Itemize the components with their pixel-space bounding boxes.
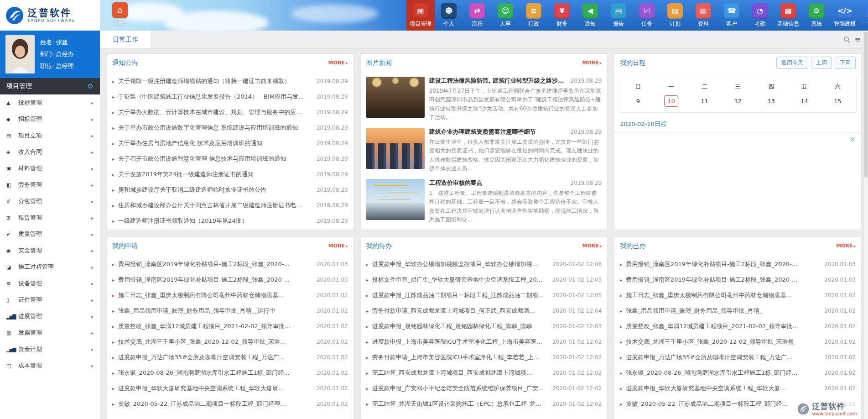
close-icon[interactable]: × (849, 136, 856, 143)
sidebar-item[interactable]: ▣材料管理▸ (0, 160, 100, 177)
list-item[interactable]: ▸黄敏_2020-05-22_江苏成品油二期项目一标段工程_部门经理...202… (112, 396, 348, 412)
nav-module-manage[interactable]: ◆管理 (859, 0, 868, 31)
list-item[interactable]: ▸完工结算_西安成都龙潭上河城项目_西安成都龙潭上河城项...2020-01-0… (366, 365, 602, 381)
calendar-day[interactable]: 10 (655, 95, 688, 107)
list-item[interactable]: ▸张鑫_用品领用申请_账簿_财务用品_领导审批_肖晴__运行中2020.01.0… (112, 303, 348, 319)
list-item[interactable]: ▸进度款申报_万达广场35#会所及咖啡厅空调安装工程_万达广...2020.01… (112, 350, 348, 365)
calendar-day[interactable]: 11 (688, 95, 721, 107)
more-link[interactable]: MORE ▸ (328, 60, 348, 66)
sidebar-item[interactable]: ◆招标管理▸ (0, 111, 100, 127)
next-week-button[interactable]: 下周 (835, 57, 856, 69)
list-item[interactable]: ▸技术交底_龙湖三千里小区_张鑫_2020-12-02_领导审批_宋浩然2020… (620, 334, 856, 350)
nav-module-base-info[interactable]: ▩基础信息 (774, 0, 802, 31)
list-item[interactable]: ▸关于举办大数据、云计算技术在城市建设、规划、管理与服务中的应...2019.0… (112, 105, 348, 120)
sidebar-item[interactable]: ◫成本管理▸ (0, 357, 100, 374)
list-item[interactable]: ▸劳务付款申请_西安成都龙潭上河城项目_何正武_西安成都潞...2020-01-… (366, 303, 602, 319)
list-item[interactable]: ▸费用报销_潼南区2019年绿化补贴项目-施工2标段_张鑫_2020-...20… (620, 257, 856, 272)
nav-module-finance[interactable]: ¥财务 (548, 0, 576, 31)
list-item[interactable]: ▸费用报销_潼南区2019年绿化补贴项目-施工2标段_张鑫_2020-...20… (112, 257, 348, 272)
nav-module-process[interactable]: ⇄流程 (463, 0, 491, 31)
calendar-day[interactable]: 12 (721, 95, 754, 107)
list-item[interactable]: ▸进度款申报_广安邓小平纪念馆安全防范系统维护保养项目_广安...2020-01… (366, 381, 602, 396)
nav-module-notice[interactable]: ◀通知 (576, 0, 604, 31)
news-item[interactable]: 建设工程法律风险防范, 建筑行业转型升级之路沙龙活动2019.08.292019… (366, 77, 602, 123)
list-item[interactable]: ▸房和城乡建设厅关于取消二级建造师临时执业证书的公告2019.08.29 (112, 182, 348, 198)
calendar-day[interactable]: 15 (821, 95, 854, 107)
list-item[interactable]: ▸进度款申报_华软办公楼增加视频监控项目_华软办公楼增加视...2020-01-… (366, 257, 602, 272)
list-item[interactable]: ▸张永银_2020-08-26_湖南洞庭湖水库引水工程施工1标_部门经...20… (112, 365, 348, 381)
nav-module-task[interactable]: ☑任务 (633, 0, 661, 31)
list-item[interactable]: ▸施工日志_张鑫_重庆太极制药有限公司亳州中药材仓储物流基...2020.01.… (620, 288, 856, 303)
nav-module-modeling[interactable]: </>智能建模 (831, 0, 859, 31)
nav-module-personal[interactable]: ☻个人 (435, 0, 463, 31)
sidebar-item[interactable]: ⚙设备管理▸ (0, 275, 100, 292)
sidebar-item[interactable]: ◧劳务管理▸ (0, 177, 100, 193)
list-item[interactable]: ▸张鑫_用品领用申请_账簿_财务用品_领导审批_肖晴_2020.01.02 (620, 303, 856, 319)
list-item[interactable]: ▸关于发放2019年第24批一级建造师注册证书的通知2019.08.29 (112, 167, 348, 182)
prev-week-button[interactable]: 上周 (811, 57, 832, 69)
nav-module-project[interactable]: ▦项目管理 (406, 0, 435, 31)
calendar-day[interactable]: 13 (754, 95, 788, 107)
sidebar-item[interactable]: ✔质量管理▸ (0, 226, 100, 242)
list-item[interactable]: ▸关于领取一级注册建造师增项贴的通知（须持一建证书前来领取）2019.08.29 (112, 73, 348, 89)
sidebar-item[interactable]: ◉安全管理▸ (0, 242, 100, 259)
list-item[interactable]: ▸进度款申报_万达广场35#会所及咖啡厅空调安装工程_万达广...2020.01… (620, 350, 856, 365)
list-item[interactable]: ▸进度款申报_晟铭园林绿化工程_晟铭园林绿化工程_陈菲_陈菲2020-01-02… (366, 319, 602, 334)
sidebar-item[interactable]: ▁▄▆资金计划▸ (0, 341, 100, 357)
menu-icon[interactable]: ≡ (855, 36, 861, 43)
nav-module-admin[interactable]: ≡行政 (520, 0, 548, 31)
nav-module-attendance[interactable]: ◔考勤 (746, 0, 774, 31)
more-link[interactable]: MORE ▸ (582, 243, 602, 249)
list-item[interactable]: ▸费用报销_潼南区2019年绿化补贴项目-施工2标段_张鑫_2020-...20… (620, 272, 856, 288)
sidebar-item[interactable]: ▯证件管理▸ (0, 292, 100, 308)
sidebar-item[interactable]: ◪施工过程管理▸ (0, 259, 100, 275)
more-link[interactable]: MORE ▸ (328, 243, 348, 249)
list-item[interactable]: ▸住房和城乡建设部办公厅关于同意吉林省开展二级建造师注册证书电...2019.0… (112, 198, 348, 213)
sidebar-item[interactable]: ▥发票管理▸ (0, 325, 100, 341)
page-scrollbar[interactable] (863, 31, 868, 419)
nav-module-customer[interactable]: ☎客户 (717, 0, 746, 31)
menu-item-label: 材料管理 (18, 164, 91, 173)
list-item[interactable]: ▸关于召开市政公用设施智慧化管理 信息技术与应用培训班的通知2019.08.29 (112, 151, 348, 167)
calendar-day[interactable]: 14 (788, 95, 821, 107)
sidebar-item[interactable]: ⊞租赁管理▸ (0, 210, 100, 226)
gear-icon[interactable]: ⚙ (88, 82, 94, 90)
nav-module-report[interactable]: ▤报告 (604, 0, 633, 31)
list-item[interactable]: ▸一级建造师注册证书领取通知（2019年第24批）2019.08.29 (112, 213, 348, 229)
list-item[interactable]: ▸施工日志_张鑫_重庆太极制药有限公司亳州中药材仓储物流基...2020.01.… (112, 288, 348, 303)
list-item[interactable]: ▸投标文件审查_胡广生_华软大厦研究基地中央空调系统工程_20...2020-0… (366, 272, 602, 288)
list-item[interactable]: ▸进度款申报_华软大厦研究基地中央空调系统工程_华软大厦研...2020.01.… (112, 381, 348, 396)
news-item[interactable]: 工程造价审核的要点2019.08.291、核准工程量。工程量是编制决算最基本的内… (366, 179, 602, 225)
list-item[interactable]: ▸关于举办市政公用设施数字化管理信息 系统建设与应用培训班的通知2019.08.… (112, 120, 348, 136)
sidebar-item[interactable]: ▤项目立项▸ (0, 127, 100, 144)
list-item[interactable]: ▸费用报销_潼南区2019年绿化补贴项目-施工2标段_张鑫_2020-...20… (112, 272, 348, 288)
sidebar-item[interactable]: ▂▅▇进度管理▸ (0, 308, 100, 325)
tab-daily-work[interactable]: 日常工作 (100, 31, 151, 48)
list-item[interactable]: ▸质量整改_张鑫_华润12城房建工程项目_2021-02-02_领导审批...2… (620, 319, 856, 334)
list-item[interactable]: ▸劳务付款申请_上海市美容医院ICU手术室净化工程_李若若_上...2020-0… (366, 350, 602, 365)
back-to-today-button[interactable]: 返回今天 (776, 57, 808, 69)
list-item[interactable]: ▸技术交底_龙湖三千里小区_张鑫_2020-12-02_领导审批_宋浩...20… (112, 334, 348, 350)
nav-module-hr[interactable]: ☺人事 (491, 0, 520, 31)
more-link[interactable]: MORE ▸ (836, 243, 856, 249)
nav-module-system[interactable]: ⚙系统 (802, 0, 831, 31)
list-item[interactable]: ▸进度款申报_江苏成品油二期项目一标段工程_江苏成品油二期项...2020-01… (366, 288, 602, 303)
sidebar-item[interactable]: x²分包管理▸ (0, 193, 100, 210)
scrollbar-thumb[interactable] (864, 31, 868, 178)
nav-portal[interactable]: ⌂ 门户 (105, 2, 135, 27)
news-item[interactable]: 建筑企业办理建筑资质需要注意哪些细节2019.08.29在日常生活中，很多人都非… (366, 128, 602, 174)
list-item[interactable]: ▸关于举办住房与房地产信息化 技术及应用培训班的通知2019.08.29 (112, 136, 348, 151)
list-item[interactable]: ▸完工结算_龙湖天街城1区设计采购施工（EPC）总承包工程_龙...2020-0… (366, 396, 602, 412)
search-icon[interactable] (843, 36, 850, 43)
calendar-day[interactable]: 9 (621, 95, 655, 107)
sidebar-item[interactable]: ▲投标管理▸ (0, 94, 100, 111)
list-item[interactable]: ▸于征集《中国建筑施工行业信息化发展报告（2014）—BIM应用与发...201… (112, 89, 348, 105)
list-item[interactable]: ▸张永银_2020-08-26_湖南洞庭湖水库引水工程施工1标_部门经...20… (620, 365, 856, 381)
list-item[interactable]: ▸进度款申报_上海市美容医院ICU手术室净化工程_上海市美容医...2020-0… (366, 334, 602, 350)
list-item[interactable]: ▸质量整改_张鑫_华润12城房建工程项目_2021-02-02_领导审批...2… (112, 319, 348, 334)
more-link[interactable]: MORE ▸ (582, 60, 602, 66)
sidebar-item[interactable]: ◈收入合同▸ (0, 144, 100, 160)
list-item[interactable]: ▸进度款申报_华软大厦研究基地中央空调系统工程_华软大厦...2020.01.0… (620, 381, 856, 396)
nav-module-documents[interactable]: ▥资料 (689, 0, 717, 31)
nav-module-plan[interactable]: ▧计划 (661, 0, 689, 31)
